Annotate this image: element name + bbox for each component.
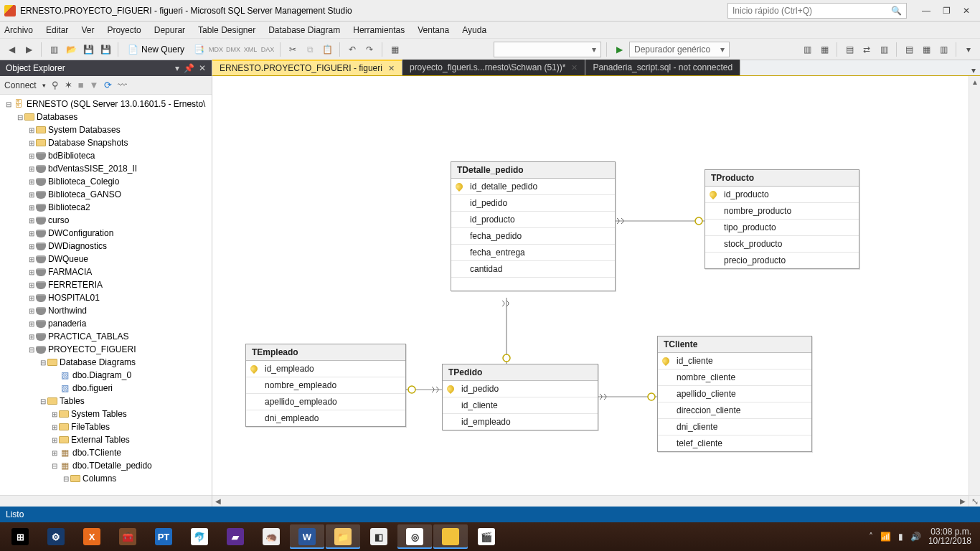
tree-twisty-icon[interactable]: ⊞ [50,423,59,431]
taskbar-word[interactable]: W [290,524,324,549]
menu-depurar[interactable]: Depurar [154,25,185,35]
panel-dropdown-icon[interactable]: ▾ [175,63,179,73]
tree-twisty-icon[interactable]: ⊞ [27,294,36,302]
diagram-column[interactable]: apellido_cliente [658,386,811,402]
dmx-icon[interactable]: DMX [226,42,240,57]
filter-icon[interactable]: ▼ [90,80,99,90]
xmla-icon[interactable]: XML [243,42,258,57]
taskbar-workbench[interactable]: 🐬 [182,524,217,549]
menu-editar[interactable]: Editar [46,25,68,35]
tree-node[interactable]: ⊞bdVentasSISE_2018_II [0,162,212,175]
diagram-column[interactable]: id_cliente [658,353,811,369]
diagram-column[interactable]: apellido_empleado [246,394,405,410]
object-explorer-tree[interactable]: ⊟🗄ERNESTO (SQL Server 13.0.1601.5 - Erne… [0,95,212,495]
panel-close-icon[interactable]: ✕ [199,63,206,73]
tree-node[interactable]: ⊞PRACTICA_TABLAS [0,330,212,343]
diagram-column[interactable]: id_empleado [246,361,405,377]
diagram-table-templeado[interactable]: TEmpleadoid_empleadonombre_empleadoapell… [245,344,406,427]
tree-node[interactable]: ⊞bdBiblioteca [0,149,212,162]
diagram-column[interactable]: fecha_pedido [451,228,615,245]
tree-twisty-icon[interactable]: ⊞ [27,191,36,199]
diagram-column[interactable]: nombre_producto [705,203,859,220]
taskbar-start[interactable]: ⊞ [3,524,37,549]
tree-node[interactable]: ⊞FARMACIA [0,265,212,278]
taskbar-ssms[interactable] [433,524,468,549]
taskbar-vs[interactable]: ▰ [218,524,253,549]
taskbar-editor[interactable]: 🎬 [469,524,504,549]
taskbar-chrome[interactable]: ◎ [397,524,432,549]
diagram-column[interactable]: stock_producto [705,236,859,253]
tree-node[interactable]: ⊞curso [0,214,212,227]
menu-database diagram[interactable]: Database Diagram [268,25,340,35]
taskbar-cube[interactable]: ◧ [362,524,396,549]
oe-hscroll[interactable] [0,495,212,507]
tree-node[interactable]: ⊟Tables [0,395,212,408]
connect-icon[interactable]: ⚲ [52,80,59,90]
tree-twisty-icon[interactable]: ⊞ [27,320,36,328]
open-icon[interactable]: 📂 [64,42,78,57]
menu-herramientas[interactable]: Herramientas [353,25,405,35]
diagram-table-header[interactable]: TProducto [705,170,859,187]
tree-node[interactable]: ⊟Columns [0,472,212,485]
tree-node[interactable]: ⊞FERRETERIA [0,278,212,291]
tree-node[interactable]: ⊞External Tables [0,433,212,446]
tree-node[interactable]: ⊟▦dbo.TDetalle_pedido [0,459,212,472]
tree-node[interactable]: ⊞HOSPITAL01 [0,291,212,304]
diagram-column[interactable]: direccion_cliente [658,402,811,419]
diagram-column[interactable]: dni_cliente [658,419,811,435]
taskbar-explorer[interactable]: 📁 [326,524,360,549]
diagram-column[interactable]: id_cliente [443,397,598,414]
tree-node[interactable]: ⊟🗄ERNESTO (SQL Server 13.0.1601.5 - Erne… [0,98,212,110]
taskbar-xampp[interactable]: X [75,524,109,549]
menu-archivo[interactable]: Archivo [4,25,33,35]
diagram-column[interactable]: nombre_cliente [658,369,811,386]
autolayout-icon[interactable]: ▥ [936,42,951,57]
tree-node[interactable]: ⊞panaderia [0,317,212,330]
diagram-table-tpedido[interactable]: TPedidoid_pedidoid_clienteid_empleado [442,364,598,430]
diagram-table-tcliente[interactable]: TClienteid_clientenombre_clienteapellido… [657,336,812,452]
table-view-icon[interactable]: ▥ [877,42,891,57]
new-project-icon[interactable]: ▥ [47,42,61,57]
tree-twisty-icon[interactable]: ⊞ [27,242,36,250]
diagram-column[interactable]: id_pedido [443,381,598,397]
play-icon[interactable]: ▶ [612,42,626,57]
table-icon[interactable]: ▤ [842,42,857,57]
tree-node[interactable]: ⊞Biblioteca2 [0,201,212,214]
tree-twisty-icon[interactable]: ⊞ [27,268,36,276]
tree-node[interactable]: ⊞Biblioteca_GANSO [0,188,212,201]
tree-node[interactable]: ⊟PROYECTO_FIGUERI [0,343,212,356]
disconnect-icon[interactable]: ✶ [65,80,72,90]
labels-icon[interactable]: ▤ [902,42,916,57]
tree-twisty-icon[interactable]: ⊞ [27,204,36,212]
debugger-combo[interactable]: Depurador genérico ▾ [629,42,730,57]
tray-volume-icon[interactable]: 🔊 [910,532,921,542]
save-all-icon[interactable]: 💾 [98,42,113,57]
connect-label[interactable]: Connect [4,80,37,90]
diagram-column[interactable]: tipo_producto [705,220,859,236]
tree-node[interactable]: ⊞FileTables [0,420,212,433]
tree-twisty-icon[interactable]: ⊞ [27,307,36,315]
tree-node[interactable]: ·▧dbo.figueri [0,382,212,395]
tree-node[interactable]: ⊞DWDiagnostics [0,240,212,253]
page-break-icon[interactable]: ▦ [919,42,933,57]
nav-back-icon[interactable]: ◀ [4,42,19,57]
diagram-table-header[interactable]: TEmpleado [246,344,405,361]
close-button[interactable]: ✕ [957,3,976,19]
tab-close-icon[interactable]: ✕ [571,63,578,72]
tree-twisty-icon[interactable]: ⊞ [27,333,36,341]
taskbar-heidi[interactable]: 🦔 [254,524,288,549]
tree-twisty-icon[interactable]: ⊞ [27,139,36,147]
canvas-vscroll[interactable]: ▲ [969,76,980,495]
menu-proyecto[interactable]: Proyecto [107,25,141,35]
diagram-column[interactable]: id_pedido [451,195,615,212]
canvas-size-grip[interactable]: ⤡ [969,495,980,507]
tree-node[interactable]: ·▧dbo.Diagram_0 [0,369,212,382]
document-tab[interactable]: ERNESTO.PROYECTO_FIGUERI - figueri✕ [212,60,402,75]
tree-node[interactable]: ⊞Database Snapshots [0,136,212,149]
refresh-icon[interactable]: ⟳ [104,80,112,90]
quick-launch-input[interactable]: Inicio rápido (Ctrl+Q) 🔍 [727,3,907,19]
tree-twisty-icon[interactable]: ⊞ [27,165,36,173]
solution-combo[interactable]: ▾ [494,42,601,57]
engine-query-icon[interactable]: 📑 [192,42,206,57]
panel-pin-icon[interactable]: 📌 [184,63,194,73]
